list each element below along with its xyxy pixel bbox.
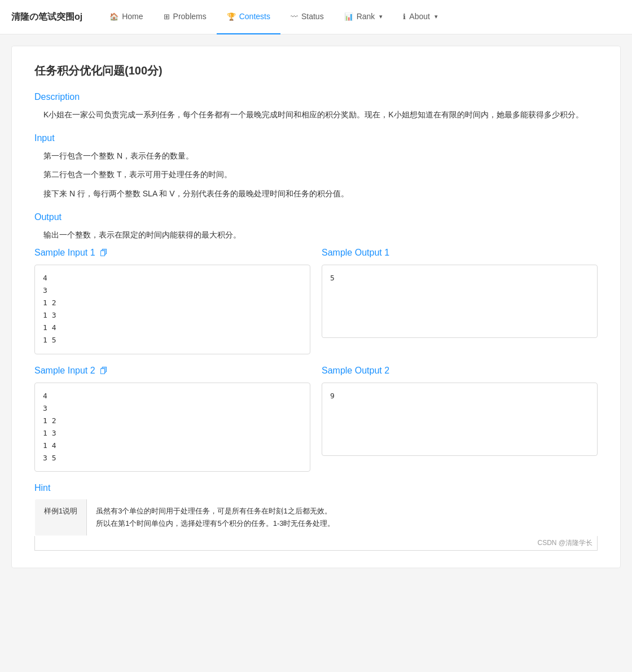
description-text: K小姐在一家公司负责完成一系列任务，每个任务都有一个最晚完成时间和相应的积分奖励…: [43, 108, 598, 122]
sample-output-1-code: 5: [322, 265, 598, 338]
main-content: 任务积分优化问题(100分) Description K小姐在一家公司负责完成一…: [11, 46, 621, 568]
hint-section: Hint 样例1说明 虽然有3个单位的时间用于处理任务，可是所有任务在时刻1之后…: [34, 483, 598, 551]
output-heading: Output: [34, 212, 598, 222]
nav-label-rank: Rank: [357, 12, 375, 21]
input-line-2: 第二行包含一个整数 T，表示可用于处理任务的时间。: [43, 168, 598, 182]
input-line-1: 第一行包含一个整数 N，表示任务的数量。: [43, 149, 598, 163]
copy-input-2-icon[interactable]: 🗍: [100, 366, 108, 375]
problems-icon: ⊞: [164, 12, 170, 21]
sample-output-2-heading: Sample Output 2: [322, 366, 598, 376]
hint-label: 样例1说明: [35, 499, 87, 536]
hint-heading: Hint: [34, 483, 598, 493]
nav-label-home: Home: [122, 12, 143, 21]
sample-input-2-heading: Sample Input 2 🗍: [34, 366, 310, 376]
nav-item-problems[interactable]: ⊞ Problems: [153, 0, 217, 34]
input-content: 第一行包含一个整数 N，表示任务的数量。 第二行包含一个整数 T，表示可用于处理…: [43, 149, 598, 201]
sample-output-2-code: 9: [322, 383, 598, 456]
about-icon: ℹ: [403, 12, 406, 21]
about-dropdown-arrow: ▾: [434, 13, 438, 20]
nav-label-status: Status: [301, 12, 324, 21]
nav-label-about: About: [409, 12, 430, 21]
sample-output-2-block: Sample Output 2 9: [322, 366, 598, 472]
sample-input-2-code: 4 3 1 2 1 3 1 4 3 5: [34, 383, 310, 472]
nav-label-problems: Problems: [173, 12, 207, 21]
input-line-3: 接下来 N 行，每行两个整数 SLA 和 V，分别代表任务的最晚处理时间和任务的…: [43, 187, 598, 201]
copy-input-1-icon[interactable]: 🗍: [100, 248, 108, 257]
hint-content: 虽然有3个单位的时间用于处理任务，可是所有任务在时刻1之后都无效。 所以在第1个…: [87, 499, 598, 536]
samples-row-1: Sample Input 1 🗍 4 3 1 2 1 3 1 4 1 5 Sam…: [34, 248, 598, 354]
nav-item-status[interactable]: 〰 Status: [280, 0, 334, 34]
sample-input-1-heading: Sample Input 1 🗍: [34, 248, 310, 258]
sample-input-2-block: Sample Input 2 🗍 4 3 1 2 1 3 1 4 3 5: [34, 366, 310, 472]
hint-row: 样例1说明 虽然有3个单位的时间用于处理任务，可是所有任务在时刻1之后都无效。 …: [35, 499, 598, 536]
input-heading: Input: [34, 133, 598, 143]
samples-row-2: Sample Input 2 🗍 4 3 1 2 1 3 1 4 3 5 Sam…: [34, 366, 598, 472]
sample-output-1-block: Sample Output 1 5: [322, 248, 598, 354]
nav-items: 🏠 Home ⊞ Problems 🏆 Contests 〰 Status 📊 …: [99, 0, 621, 34]
brand: 清隆の笔试突围oj: [11, 11, 82, 23]
nav-item-rank[interactable]: 📊 Rank ▾: [334, 0, 393, 34]
nav-item-contests[interactable]: 🏆 Contests: [217, 0, 280, 34]
nav-label-contests: Contests: [239, 12, 270, 21]
rank-icon: 📊: [344, 12, 353, 21]
nav-item-home[interactable]: 🏠 Home: [99, 0, 153, 34]
home-icon: 🏠: [109, 12, 118, 21]
sample-output-1-heading: Sample Output 1: [322, 248, 598, 258]
navbar: 清隆の笔试突围oj 🏠 Home ⊞ Problems 🏆 Contests 〰…: [0, 0, 632, 34]
problem-title: 任务积分优化问题(100分): [34, 63, 598, 78]
hint-table: 样例1说明 虽然有3个单位的时间用于处理任务，可是所有任务在时刻1之后都无效。 …: [34, 499, 598, 536]
output-content: 输出一个整数，表示在限定的时间内能获得的最大积分。: [43, 228, 598, 242]
sample-input-1-block: Sample Input 1 🗍 4 3 1 2 1 3 1 4 1 5: [34, 248, 310, 354]
status-icon: 〰: [291, 12, 298, 21]
sample-input-1-code: 4 3 1 2 1 3 1 4 1 5: [34, 265, 310, 354]
contests-icon: 🏆: [227, 12, 236, 21]
nav-item-about[interactable]: ℹ About ▾: [393, 0, 448, 34]
description-heading: Description: [34, 92, 598, 102]
hint-footer: CSDN @清隆学长: [34, 536, 598, 551]
rank-dropdown-arrow: ▾: [379, 13, 383, 20]
